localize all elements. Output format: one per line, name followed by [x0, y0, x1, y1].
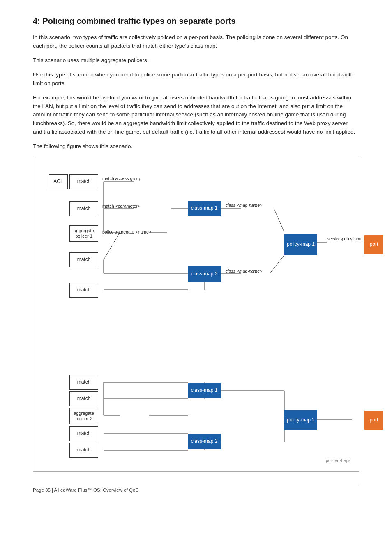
- acl-box: ACL: [49, 174, 68, 189]
- classmap1-top: class-map 1: [188, 201, 221, 216]
- svg-line-8: [104, 232, 120, 260]
- classmap1-bot: class-map 1: [188, 383, 221, 398]
- label-match-access-group: match access-group: [102, 176, 141, 181]
- page-title: 4: Policing combined traffic types on se…: [33, 16, 359, 26]
- match-box-5: match: [69, 375, 98, 390]
- match-box-6: match: [69, 391, 98, 406]
- svg-line-4: [274, 209, 284, 232]
- page: 4: Policing combined traffic types on se…: [0, 0, 392, 517]
- svg-line-12: [270, 255, 284, 273]
- label-match-parameter: match <parameter>: [102, 204, 140, 208]
- match-box-7: match: [69, 426, 98, 441]
- figure-caption: The following figure shows this scenario…: [33, 142, 359, 151]
- diagram: ACL match match access-group match match…: [40, 164, 352, 465]
- aggregate-policer-1: aggregatepolicer 1: [69, 225, 98, 242]
- paragraph-1: In this scenario, two types of traffic a…: [33, 33, 359, 51]
- label-class-map-name-1: class <map-name>: [226, 203, 262, 208]
- paragraph-4: For example, this would be useful if you…: [33, 94, 359, 137]
- match-box-2: match: [69, 201, 98, 216]
- label-police-aggregate: police aggregate <name>: [102, 229, 151, 234]
- match-box-8: match: [69, 443, 98, 458]
- port1: port: [364, 235, 383, 254]
- paragraph-3: Use this type of scenario when you need …: [33, 71, 359, 88]
- port2: port: [364, 411, 383, 430]
- policymap1: policy-map 1: [284, 234, 317, 255]
- classmap2-top: class-map 2: [188, 266, 221, 282]
- match-box-3: match: [69, 252, 98, 267]
- footer: Page 35 | AlliedWare Plus™ OS: Overview …: [33, 484, 359, 493]
- match-box-1: match: [69, 174, 98, 189]
- policymap2: policy-map 2: [284, 410, 317, 430]
- paragraph-2: This scenario uses multiple aggregate po…: [33, 56, 359, 65]
- diagram-container: ACL match match access-group match match…: [33, 156, 359, 472]
- aggregate-policer-2: aggregatepolicer 2: [69, 408, 98, 424]
- match-box-4: match: [69, 283, 98, 298]
- eps-label: policer-4.eps: [326, 458, 350, 463]
- classmap2-bot: class-map 2: [188, 434, 221, 449]
- label-class-map-name-2: class <map-name>: [226, 268, 262, 273]
